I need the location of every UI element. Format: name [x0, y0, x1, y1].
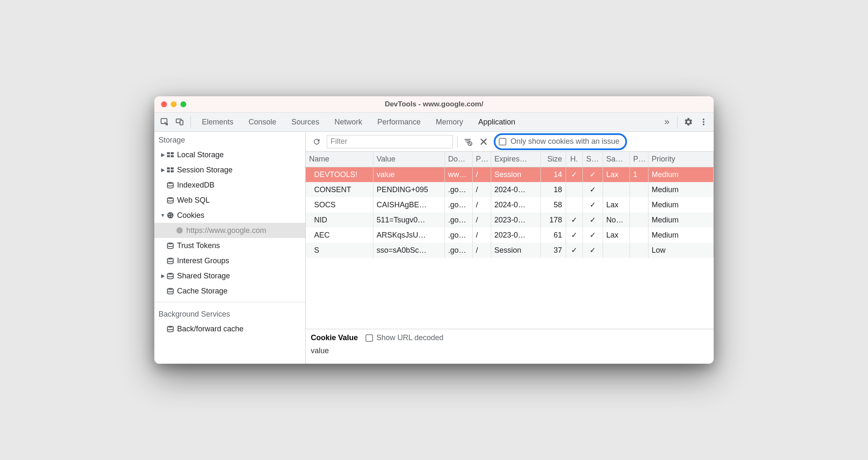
col-header[interactable]: P…: [472, 152, 491, 167]
db-icon: [166, 272, 175, 280]
col-header[interactable]: Size: [540, 152, 566, 167]
col-header[interactable]: Value: [373, 152, 445, 167]
panel-tabs: ElementsConsoleSourcesNetworkPerformance…: [194, 112, 660, 132]
cell: 14: [540, 167, 566, 182]
cell: 2024-0…: [491, 197, 540, 212]
sidebar-item-label: Cookies: [177, 211, 204, 220]
cookies-table[interactable]: NameValueDo…P…Expires…SizeH.S…Sa…P…Prior…: [306, 152, 714, 258]
cell: Low: [648, 243, 714, 258]
table-row[interactable]: AECARSKqsJsU….go…/2023-0…61✓✓LaxMedium: [306, 227, 714, 243]
svg-point-3: [703, 119, 704, 120]
cell: DEVTOOLS!: [306, 167, 373, 182]
tab-memory[interactable]: Memory: [428, 112, 471, 132]
cell: PENDING+095: [373, 182, 445, 197]
sidebar-item-session-storage[interactable]: ▶Session Storage: [154, 162, 305, 177]
table-row[interactable]: Ssso=sA0bSc….go…/Session37✓✓Low: [306, 243, 714, 258]
cell: 1: [630, 167, 648, 182]
tab-application[interactable]: Application: [471, 112, 523, 132]
db-icon: [166, 181, 175, 189]
close-window-button[interactable]: [161, 101, 167, 107]
cookie-detail: Cookie Value Show URL decoded value: [306, 329, 714, 364]
table-row[interactable]: CONSENTPENDING+095.go…/2024-0…18✓Medium: [306, 182, 714, 197]
cell: [630, 212, 648, 227]
maximize-window-button[interactable]: [180, 101, 186, 107]
tab-performance[interactable]: Performance: [370, 112, 428, 132]
svg-rect-9: [171, 155, 174, 157]
chevron-right-icon[interactable]: ▶: [159, 152, 166, 158]
cell: ✓: [582, 182, 603, 197]
tab-sources[interactable]: Sources: [284, 112, 327, 132]
table-row[interactable]: DEVTOOLS!valueww…/Session14✓✓Lax1Medium: [306, 167, 714, 182]
cell: 37: [540, 243, 566, 258]
cell: .go…: [445, 197, 472, 212]
clear-filter-icon[interactable]: [462, 136, 474, 148]
sidebar-item-label: Back/forward cache: [177, 325, 243, 333]
col-header[interactable]: S…: [582, 152, 603, 167]
cell: 18: [540, 182, 566, 197]
cell: [603, 243, 630, 258]
sidebar-item-trust-tokens[interactable]: Trust Tokens: [154, 238, 305, 253]
col-header[interactable]: Priority: [648, 152, 714, 167]
device-toggle-icon[interactable]: [173, 115, 186, 129]
sidebar-item-local-storage[interactable]: ▶Local Storage: [154, 147, 305, 162]
sidebar-item-shared-storage[interactable]: ▶Shared Storage: [154, 268, 305, 283]
grid-icon: [166, 166, 175, 174]
only-issues-checkbox[interactable]: [499, 138, 506, 145]
sidebar-item-back-forward-cache[interactable]: Back/forward cache: [154, 321, 305, 336]
col-header[interactable]: H.: [566, 152, 582, 167]
sidebar-item-label: Interest Groups: [177, 256, 229, 265]
col-header[interactable]: Name: [306, 152, 373, 167]
show-url-decoded-option[interactable]: Show URL decoded: [365, 333, 443, 342]
db-icon: [166, 242, 175, 249]
tab-console[interactable]: Console: [241, 112, 284, 132]
sidebar-item-interest-groups[interactable]: Interest Groups: [154, 253, 305, 268]
filter-input[interactable]: [327, 135, 453, 148]
col-header[interactable]: P…: [630, 152, 648, 167]
chevron-right-icon[interactable]: ▶: [159, 273, 166, 279]
more-tabs-button[interactable]: »: [660, 116, 674, 127]
cell: ARSKqsJsU…: [373, 227, 445, 243]
tab-elements[interactable]: Elements: [194, 112, 241, 132]
sidebar-item-cookies[interactable]: ▼Cookies: [154, 208, 305, 223]
tab-network[interactable]: Network: [327, 112, 370, 132]
cell: No…: [603, 212, 630, 227]
only-issues-option[interactable]: Only show cookies with an issue: [494, 133, 627, 150]
svg-point-28: [167, 273, 173, 275]
minimize-window-button[interactable]: [171, 101, 177, 107]
inspect-icon[interactable]: [158, 115, 171, 129]
cell: [630, 197, 648, 212]
sidebar-item-indexeddb[interactable]: IndexedDB: [154, 177, 305, 193]
tabbar: ElementsConsoleSourcesNetworkPerformance…: [154, 112, 714, 132]
cell: 2024-0…: [491, 182, 540, 197]
cookie-icon: [175, 227, 184, 234]
svg-point-5: [703, 124, 704, 125]
clear-all-icon[interactable]: [478, 136, 490, 148]
cell: /: [472, 243, 491, 258]
chevron-down-icon[interactable]: ▼: [159, 212, 166, 218]
cookies-table-wrap: NameValueDo…P…Expires…SizeH.S…Sa…P…Prior…: [306, 152, 714, 329]
show-url-decoded-checkbox[interactable]: [365, 334, 373, 342]
refresh-icon[interactable]: [311, 136, 323, 148]
cell: /: [472, 197, 491, 212]
chevron-right-icon[interactable]: ▶: [159, 167, 166, 173]
svg-point-17: [169, 214, 170, 215]
col-header[interactable]: Sa…: [603, 152, 630, 167]
table-row[interactable]: NID511=Tsugv0….go…/2023-0…178✓✓No…Medium: [306, 212, 714, 227]
cell: 2023-0…: [491, 212, 540, 227]
cell: S: [306, 243, 373, 258]
svg-point-16: [167, 212, 174, 219]
kebab-menu-icon[interactable]: [697, 115, 710, 129]
sidebar-item-cache-storage[interactable]: Cache Storage: [154, 283, 305, 299]
main: Only show cookies with an issue NameValu…: [306, 132, 714, 364]
cell: .go…: [445, 227, 472, 243]
sidebar-item-web-sql[interactable]: Web SQL: [154, 193, 305, 208]
col-header[interactable]: Do…: [445, 152, 472, 167]
cell: [630, 243, 648, 258]
sidebar-item-https-www-google-com[interactable]: https://www.google.com: [154, 223, 305, 238]
table-row[interactable]: SOCSCAISHAgBE….go…/2024-0…58✓LaxMedium: [306, 197, 714, 212]
cell: ✓: [566, 167, 582, 182]
settings-icon[interactable]: [682, 115, 695, 129]
col-header[interactable]: Expires…: [491, 152, 540, 167]
cell: /: [472, 182, 491, 197]
grid-icon: [166, 151, 175, 159]
